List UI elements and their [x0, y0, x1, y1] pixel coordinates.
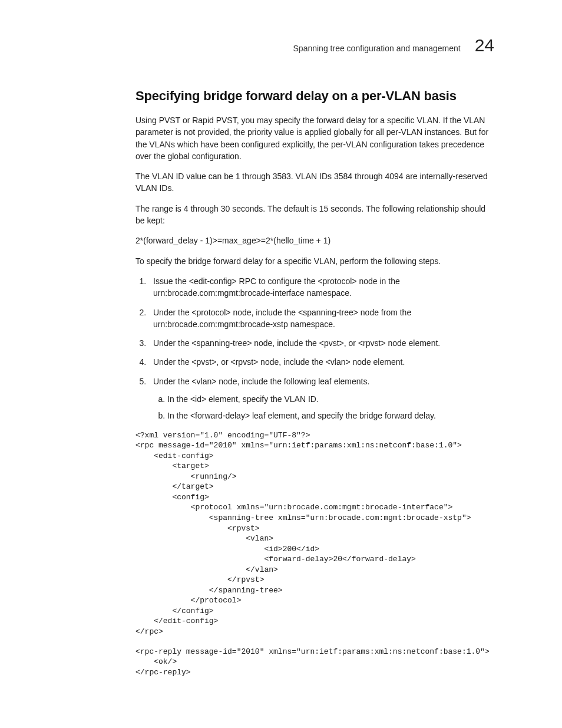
formula-paragraph: 2*(forward_delay - 1)>=max_age>=2*(hello…: [135, 235, 494, 246]
range-default-paragraph: The range is 4 through 30 seconds. The d…: [135, 203, 494, 227]
page: Spanning tree configuration and manageme…: [0, 0, 562, 728]
substep-item: In the <forward-delay> leaf element, and…: [167, 410, 494, 421]
step-item-text: Under the <vlan> node, include the follo…: [153, 377, 369, 386]
running-header: Spanning tree configuration and manageme…: [135, 35, 494, 55]
intro-paragraph: Using PVST or Rapid PVST, you may specif…: [135, 114, 494, 162]
step-item: Issue the <edit-config> RPC to configure…: [148, 275, 494, 299]
step-item: Under the <protocol> node, include the <…: [148, 307, 494, 331]
code-block-reply: <rpc-reply message-id="2010" xmlns="urn:…: [135, 647, 494, 678]
vlan-id-range-paragraph: The VLAN ID value can be 1 through 3583.…: [135, 170, 494, 195]
step-item: Under the <spanning-tree> node, include …: [148, 337, 494, 349]
substep-item: In the <id> element, specify the VLAN ID…: [167, 393, 494, 405]
lead-in-paragraph: To specify the bridge forward delay for …: [135, 255, 494, 267]
running-title: Spanning tree configuration and manageme…: [293, 44, 461, 53]
chapter-number: 24: [475, 35, 494, 55]
section-title: Specifying bridge forward delay on a per…: [135, 88, 494, 104]
step-item: Under the <pvst>, or <rpvst> node, inclu…: [148, 356, 494, 368]
code-block-request: <?xml version="1.0" encoding="UTF-8"?> <…: [135, 430, 494, 637]
step-item: Under the <vlan> node, include the follo…: [148, 375, 494, 422]
steps-list: Issue the <edit-config> RPC to configure…: [135, 275, 494, 422]
substeps-list: In the <id> element, specify the VLAN ID…: [153, 393, 494, 422]
